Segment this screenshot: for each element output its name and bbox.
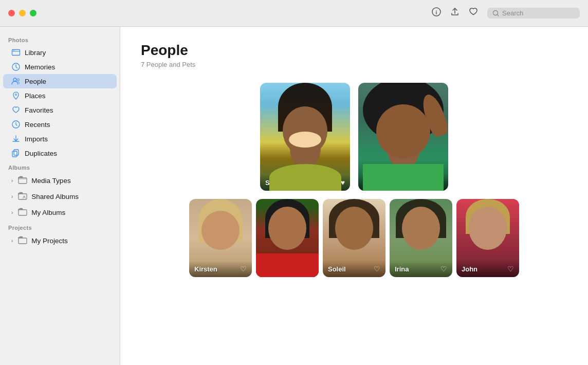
- person-card-john[interactable]: John ♡: [456, 199, 519, 277]
- sidebar-item-shared-albums-label: Shared Albums: [31, 193, 79, 200]
- sidebar-item-shared-albums[interactable]: › Shared Albums: [3, 189, 117, 205]
- person-photo-shana: [260, 83, 350, 191]
- svg-text:i: i: [436, 10, 437, 15]
- page-title: People: [141, 42, 567, 59]
- card-bottom-john: John ♡: [456, 261, 519, 277]
- search-icon: [492, 10, 500, 17]
- svg-rect-12: [19, 178, 27, 184]
- heart-filled-shana[interactable]: ♥: [341, 178, 345, 187]
- sidebar-item-media-types-label: Media Types: [31, 177, 70, 185]
- sidebar-item-places[interactable]: Places: [3, 88, 117, 103]
- sidebar: Photos Library Memories: [0, 27, 120, 365]
- main-content: People 7 People and Pets SHANA ♥: [120, 27, 588, 365]
- search-box[interactable]: [487, 8, 580, 19]
- library-icon: [11, 48, 21, 57]
- search-input[interactable]: [502, 9, 574, 17]
- heart-empty-soleil[interactable]: ♡: [374, 265, 380, 273]
- sidebar-item-recents[interactable]: Recents: [3, 117, 117, 132]
- svg-rect-10: [14, 150, 19, 155]
- recents-icon: [11, 120, 21, 129]
- people-grid-bottom: Kirsten ♡ Brandon ♡: [141, 199, 567, 277]
- people-grid-top: SHANA ♥ VANESSA ♥: [141, 83, 567, 191]
- sidebar-item-my-albums-label: My Albums: [31, 209, 65, 216]
- sidebar-item-imports-label: Imports: [25, 135, 48, 143]
- person-name-kirsten: Kirsten: [194, 265, 217, 273]
- person-name-john: John: [462, 265, 477, 273]
- sidebar-item-memories-label: Memories: [25, 63, 55, 71]
- svg-rect-16: [19, 238, 27, 244]
- sidebar-item-people[interactable]: People: [3, 74, 117, 88]
- my-projects-folder-icon: [18, 235, 27, 246]
- card-bottom-kirsten: Kirsten ♡: [189, 261, 252, 277]
- person-name-soleil: Soleil: [328, 265, 346, 273]
- person-card-soleil[interactable]: Soleil ♡: [323, 199, 385, 277]
- favorites-icon: [11, 105, 21, 115]
- photos-section-label: Photos: [0, 33, 120, 45]
- heart-empty-john[interactable]: ♡: [507, 265, 514, 273]
- card-bottom-irina: Irina ♡: [390, 261, 452, 277]
- places-icon: [11, 91, 21, 100]
- person-name-irina: Irina: [395, 265, 409, 273]
- person-card-vanessa[interactable]: VANESSA ♥: [358, 83, 448, 191]
- svg-rect-4: [13, 50, 14, 51]
- duplicates-icon: [11, 149, 21, 158]
- title-bar: i: [0, 0, 588, 27]
- imports-icon: [11, 134, 21, 143]
- sidebar-item-media-types[interactable]: › Media Types: [3, 173, 117, 189]
- sidebar-item-people-label: People: [25, 78, 46, 85]
- media-types-folder-icon: [18, 175, 27, 186]
- sidebar-item-places-label: Places: [25, 92, 46, 100]
- sidebar-item-favorites[interactable]: Favorites: [3, 103, 117, 117]
- people-icon: [11, 77, 21, 86]
- maximize-button[interactable]: [30, 10, 36, 16]
- person-card-brandon[interactable]: Brandon ♡: [256, 199, 319, 277]
- shared-albums-folder-icon: [18, 191, 27, 202]
- sidebar-item-library[interactable]: Library: [3, 45, 117, 60]
- memories-icon: [11, 62, 21, 71]
- svg-point-6: [13, 78, 16, 81]
- heart-icon[interactable]: [469, 7, 478, 19]
- card-bottom-soleil: Soleil ♡: [323, 261, 385, 277]
- toolbar: i: [432, 7, 580, 19]
- svg-rect-11: [12, 151, 17, 157]
- heart-empty-kirsten[interactable]: ♡: [240, 265, 247, 273]
- svg-rect-3: [12, 50, 20, 56]
- person-photo-brandon: [256, 199, 319, 277]
- page-subtitle: 7 People and Pets: [141, 61, 567, 68]
- minimize-button[interactable]: [19, 10, 26, 16]
- chevron-icon-myalbums: ›: [11, 210, 13, 215]
- sidebar-item-memories[interactable]: Memories: [3, 60, 117, 74]
- person-card-irina[interactable]: Irina ♡: [390, 199, 452, 277]
- albums-section-label: Albums: [0, 160, 120, 173]
- close-button[interactable]: [8, 10, 15, 16]
- sidebar-item-duplicates-label: Duplicates: [25, 150, 57, 157]
- person-card-shana[interactable]: SHANA ♥: [260, 83, 350, 191]
- chevron-icon-shared: ›: [11, 194, 13, 199]
- sidebar-item-duplicates[interactable]: Duplicates: [3, 146, 117, 160]
- sidebar-item-library-label: Library: [25, 49, 46, 57]
- sidebar-item-my-albums[interactable]: › My Albums: [3, 205, 117, 221]
- person-card-kirsten[interactable]: Kirsten ♡: [189, 199, 252, 277]
- chevron-icon-myprojects: ›: [11, 238, 13, 244]
- sidebar-item-my-projects[interactable]: › My Projects: [3, 233, 117, 249]
- my-albums-folder-icon: [18, 207, 27, 218]
- person-photo-vanessa: [358, 83, 448, 191]
- projects-section-label: Projects: [0, 221, 120, 233]
- share-icon[interactable]: [450, 7, 460, 19]
- heart-empty-irina[interactable]: ♡: [440, 265, 447, 273]
- sidebar-item-my-projects-label: My Projects: [31, 237, 68, 245]
- info-icon[interactable]: i: [432, 7, 441, 19]
- chevron-icon: ›: [11, 178, 13, 184]
- sidebar-item-recents-label: Recents: [25, 121, 50, 129]
- sidebar-item-favorites-label: Favorites: [25, 106, 53, 114]
- svg-rect-15: [19, 210, 27, 215]
- sidebar-item-imports[interactable]: Imports: [3, 132, 117, 146]
- window-controls: [8, 10, 36, 16]
- svg-point-8: [15, 94, 17, 96]
- svg-point-7: [17, 79, 20, 81]
- app-body: Photos Library Memories: [0, 27, 588, 365]
